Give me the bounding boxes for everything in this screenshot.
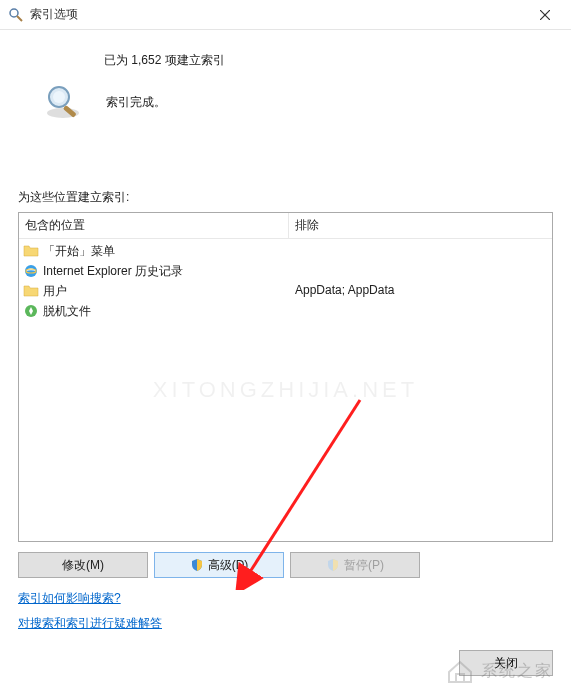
offline-files-icon [23, 303, 39, 319]
locations-listbox: 包含的位置 排除 「开始」菜单 Internet Explorer 历史记录 用… [18, 212, 553, 542]
corner-watermark: 系统之家 [445, 658, 553, 684]
watermark-label: 系统之家 [481, 661, 553, 682]
svg-point-8 [25, 265, 37, 277]
list-item-label: Internet Explorer 历史记录 [43, 263, 183, 280]
index-count-text: 已为 1,652 项建立索引 [104, 52, 553, 69]
shield-icon [190, 558, 204, 572]
folder-icon [23, 243, 39, 259]
list-item[interactable]: 用户 [19, 281, 289, 301]
close-icon [540, 10, 550, 20]
column-included[interactable]: 包含的位置 [19, 213, 289, 238]
titlebar: 索引选项 [0, 0, 571, 30]
list-item[interactable]: 「开始」菜单 [19, 241, 289, 261]
svg-rect-12 [456, 674, 464, 682]
shield-icon [326, 558, 340, 572]
index-status-text: 索引完成。 [106, 94, 166, 111]
locations-label: 为这些位置建立索引: [18, 189, 553, 206]
index-options-icon [8, 7, 24, 23]
window-close-button[interactable] [525, 1, 565, 29]
column-excluded[interactable]: 排除 [289, 213, 552, 238]
window-title: 索引选项 [30, 6, 78, 23]
button-label: 修改(M) [62, 557, 104, 574]
folder-icon [23, 283, 39, 299]
status-row: 索引完成。 [42, 81, 553, 123]
magnifier-icon [42, 81, 84, 123]
svg-line-1 [17, 16, 22, 21]
link-how-affects-search[interactable]: 索引如何影响搜索? [18, 590, 553, 607]
dialog-body: 已为 1,652 项建立索引 索引完成。 为这些位置建立索引: 包含的位置 排除… [0, 30, 571, 690]
button-label: 高级(D) [208, 557, 249, 574]
exclusion-text: AppData; AppData [289, 281, 552, 299]
help-links: 索引如何影响搜索? 对搜索和索引进行疑难解答 [18, 590, 553, 632]
house-icon [445, 658, 475, 684]
modify-button[interactable]: 修改(M) [18, 552, 148, 578]
locations-header: 包含的位置 排除 [19, 213, 552, 239]
list-item-label: 用户 [43, 283, 67, 300]
link-troubleshoot[interactable]: 对搜索和索引进行疑难解答 [18, 615, 553, 632]
pause-button: 暂停(P) [290, 552, 420, 578]
list-item[interactable]: Internet Explorer 历史记录 [19, 261, 289, 281]
button-row: 修改(M) 高级(D) 暂停(P) [18, 552, 553, 578]
button-label: 暂停(P) [344, 557, 384, 574]
list-item-label: 脱机文件 [43, 303, 91, 320]
svg-point-6 [53, 91, 65, 103]
ie-icon [23, 263, 39, 279]
advanced-button[interactable]: 高级(D) [154, 552, 284, 578]
list-item-label: 「开始」菜单 [43, 243, 115, 260]
list-item[interactable]: 脱机文件 [19, 301, 289, 321]
svg-point-0 [10, 9, 18, 17]
watermark-text: XITONGZHIJIA.NET [153, 377, 418, 403]
